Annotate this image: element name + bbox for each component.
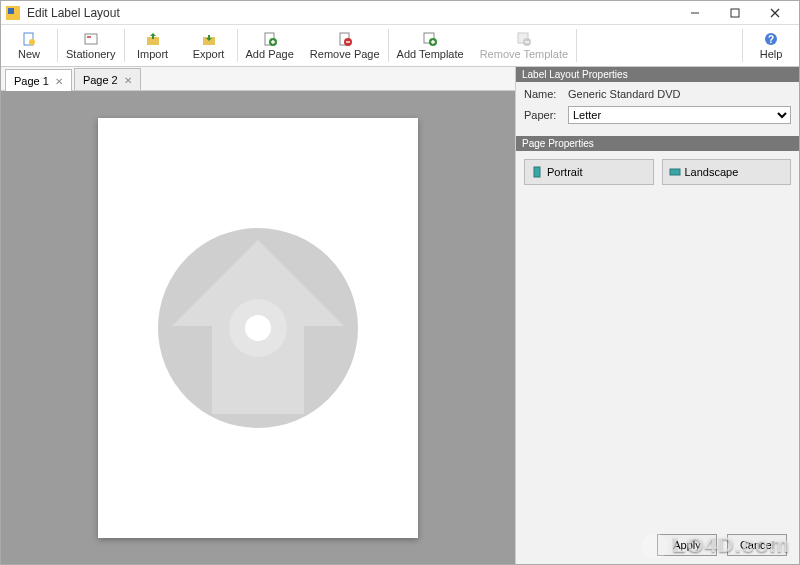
landscape-icon: [669, 166, 681, 178]
new-icon: [21, 31, 37, 47]
portrait-option[interactable]: Portrait: [524, 159, 654, 185]
import-label: Import: [137, 48, 168, 60]
help-label: Help: [760, 48, 783, 60]
export-button[interactable]: Export: [181, 25, 237, 66]
help-button[interactable]: ? Help: [743, 25, 799, 66]
new-label: New: [18, 48, 40, 60]
apply-button[interactable]: Apply: [657, 534, 717, 556]
close-icon[interactable]: ✕: [124, 75, 132, 86]
window-title: Edit Label Layout: [27, 6, 675, 20]
window-controls: [675, 2, 795, 24]
landscape-label: Landscape: [685, 166, 739, 178]
tab-page-1[interactable]: Page 1 ✕: [5, 69, 72, 91]
cancel-button[interactable]: Cancel: [727, 534, 787, 556]
portrait-icon: [531, 166, 543, 178]
new-button[interactable]: New: [1, 25, 57, 66]
close-icon[interactable]: ✕: [55, 76, 63, 87]
stationery-button[interactable]: Stationery: [58, 25, 124, 66]
landscape-option[interactable]: Landscape: [662, 159, 792, 185]
page-tabstrip: Page 1 ✕ Page 2 ✕: [1, 67, 515, 91]
tab-label: Page 2: [83, 74, 118, 86]
add-page-button[interactable]: Add Page: [238, 25, 302, 66]
add-page-icon: [262, 31, 278, 47]
export-icon: [201, 31, 217, 47]
svg-rect-9: [87, 36, 91, 38]
svg-point-7: [29, 39, 35, 45]
remove-template-button: Remove Template: [472, 25, 576, 66]
svg-rect-3: [731, 9, 739, 17]
content-area: Page 1 ✕ Page 2 ✕: [1, 67, 799, 564]
edit-label-layout-window: Edit Label Layout New Stationery Import …: [0, 0, 800, 565]
add-page-label: Add Page: [246, 48, 294, 60]
remove-page-button[interactable]: Remove Page: [302, 25, 388, 66]
remove-template-label: Remove Template: [480, 48, 568, 60]
paper-label: Paper:: [524, 109, 562, 121]
remove-page-icon: [337, 31, 353, 47]
remove-page-label: Remove Page: [310, 48, 380, 60]
paper-select[interactable]: Letter: [568, 106, 791, 124]
page-preview[interactable]: [98, 118, 418, 538]
page-properties-header: Page Properties: [516, 136, 799, 151]
toolbar: New Stationery Import Export Add Page Re…: [1, 25, 799, 67]
minimize-button[interactable]: [675, 2, 715, 24]
portrait-label: Portrait: [547, 166, 582, 178]
layout-properties-body: Name: Generic Standard DVD Paper: Letter: [516, 82, 799, 136]
import-button[interactable]: Import: [125, 25, 181, 66]
orientation-options: Portrait Landscape: [516, 151, 799, 193]
name-label: Name:: [524, 88, 562, 100]
stationery-label: Stationery: [66, 48, 116, 60]
app-icon: [5, 5, 21, 21]
add-template-button[interactable]: Add Template: [389, 25, 472, 66]
tab-page-2[interactable]: Page 2 ✕: [74, 68, 141, 90]
help-icon: ?: [763, 31, 779, 47]
add-template-label: Add Template: [397, 48, 464, 60]
svg-text:?: ?: [768, 34, 774, 45]
svg-rect-8: [85, 34, 97, 44]
titlebar: Edit Label Layout: [1, 1, 799, 25]
canvas-viewport[interactable]: [1, 91, 515, 564]
export-label: Export: [193, 48, 225, 60]
dialog-buttons: Apply Cancel: [516, 526, 799, 564]
canvas-area: Page 1 ✕ Page 2 ✕: [1, 67, 515, 564]
tab-label: Page 1: [14, 75, 49, 87]
import-icon: [145, 31, 161, 47]
properties-panel: Label Layout Properties Name: Generic St…: [515, 67, 799, 564]
svg-rect-29: [534, 167, 540, 177]
disc-template: [158, 228, 358, 428]
add-template-icon: [422, 31, 438, 47]
stationery-icon: [83, 31, 99, 47]
svg-rect-1: [8, 8, 14, 14]
remove-template-icon: [516, 31, 532, 47]
name-value: Generic Standard DVD: [568, 88, 791, 100]
svg-rect-30: [670, 169, 680, 175]
layout-properties-header: Label Layout Properties: [516, 67, 799, 82]
maximize-button[interactable]: [715, 2, 755, 24]
close-button[interactable]: [755, 2, 795, 24]
